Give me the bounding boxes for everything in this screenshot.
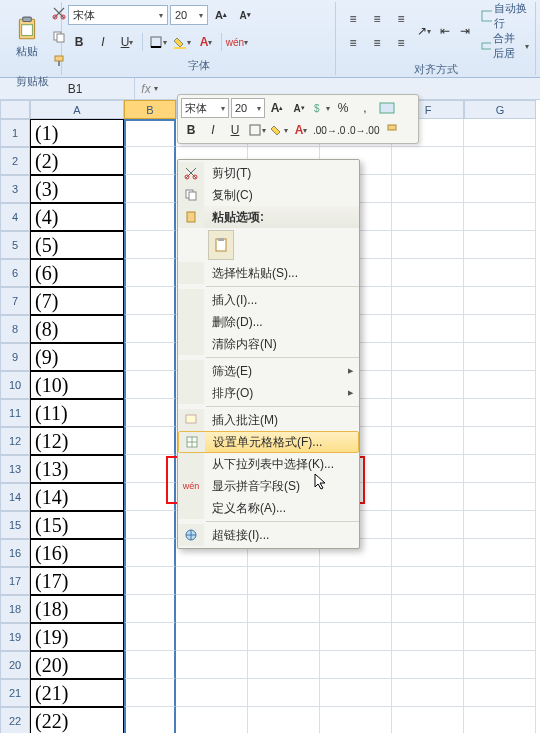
- cell[interactable]: [392, 511, 464, 539]
- pinyin-button[interactable]: wén▾: [226, 31, 248, 53]
- cell[interactable]: [464, 707, 536, 733]
- cell[interactable]: [248, 595, 320, 623]
- cell[interactable]: [464, 483, 536, 511]
- row-header[interactable]: 14: [0, 483, 30, 511]
- cell[interactable]: [392, 371, 464, 399]
- cell[interactable]: [464, 651, 536, 679]
- mini-italic[interactable]: I: [203, 120, 223, 140]
- cell[interactable]: [248, 567, 320, 595]
- cell[interactable]: [320, 623, 392, 651]
- cell[interactable]: [124, 203, 176, 231]
- cell[interactable]: [392, 315, 464, 343]
- row-header[interactable]: 20: [0, 651, 30, 679]
- ctx-copy[interactable]: 复制(C): [178, 184, 359, 206]
- cell[interactable]: [176, 623, 248, 651]
- ctx-insert-comment[interactable]: 插入批注(M): [178, 409, 359, 431]
- cell[interactable]: [124, 343, 176, 371]
- cell[interactable]: [464, 203, 536, 231]
- font-name-select[interactable]: 宋体▾: [68, 5, 168, 25]
- mini-inc-decimal[interactable]: .00→.0: [313, 120, 345, 140]
- cell[interactable]: [176, 707, 248, 733]
- cell[interactable]: [392, 231, 464, 259]
- ctx-hyperlink[interactable]: 超链接(I)...: [178, 524, 359, 546]
- cell[interactable]: (7): [30, 287, 124, 315]
- align-right-icon[interactable]: ≡: [390, 32, 412, 54]
- cell[interactable]: [176, 595, 248, 623]
- mini-font-select[interactable]: 宋体▾: [181, 98, 229, 118]
- select-all-corner[interactable]: [0, 100, 30, 119]
- cell[interactable]: [248, 707, 320, 733]
- mini-conditional[interactable]: [377, 98, 397, 118]
- cell[interactable]: (20): [30, 651, 124, 679]
- cell[interactable]: [392, 343, 464, 371]
- col-header[interactable]: G: [464, 100, 536, 119]
- name-box-input[interactable]: [0, 82, 150, 96]
- underline-button[interactable]: U▾: [116, 31, 138, 53]
- ctx-format-cells[interactable]: 设置单元格格式(F)...: [178, 431, 359, 453]
- cell[interactable]: (12): [30, 427, 124, 455]
- cell[interactable]: [124, 399, 176, 427]
- cell[interactable]: (15): [30, 511, 124, 539]
- ctx-clear[interactable]: 清除内容(N): [178, 333, 359, 355]
- cell[interactable]: [124, 119, 176, 147]
- cell[interactable]: [392, 427, 464, 455]
- cell[interactable]: [464, 427, 536, 455]
- row-header[interactable]: 13: [0, 455, 30, 483]
- row-header[interactable]: 18: [0, 595, 30, 623]
- cell[interactable]: (3): [30, 175, 124, 203]
- cell[interactable]: [464, 259, 536, 287]
- paste-button[interactable]: 粘贴: [10, 14, 44, 61]
- orientation-icon[interactable]: ↗▾: [416, 20, 432, 42]
- cell[interactable]: [320, 707, 392, 733]
- align-left-icon[interactable]: ≡: [342, 32, 364, 54]
- cell[interactable]: [464, 119, 536, 147]
- cell[interactable]: [248, 651, 320, 679]
- cell[interactable]: [248, 679, 320, 707]
- cell[interactable]: [320, 651, 392, 679]
- row-header[interactable]: 11: [0, 399, 30, 427]
- cell[interactable]: [176, 567, 248, 595]
- wrap-text-button[interactable]: 自动换行: [481, 2, 529, 30]
- cell[interactable]: [124, 539, 176, 567]
- cell[interactable]: [392, 707, 464, 733]
- cell[interactable]: (11): [30, 399, 124, 427]
- row-header[interactable]: 5: [0, 231, 30, 259]
- increase-font-icon[interactable]: A▴: [210, 4, 232, 26]
- cell[interactable]: [392, 539, 464, 567]
- mini-border[interactable]: ▾: [247, 120, 267, 140]
- cell[interactable]: [392, 679, 464, 707]
- cell[interactable]: (9): [30, 343, 124, 371]
- cell[interactable]: [464, 287, 536, 315]
- cell[interactable]: (10): [30, 371, 124, 399]
- cell[interactable]: (13): [30, 455, 124, 483]
- cell[interactable]: [176, 679, 248, 707]
- mini-size-select[interactable]: 20▾: [231, 98, 265, 118]
- cell[interactable]: [320, 679, 392, 707]
- cell[interactable]: (22): [30, 707, 124, 733]
- cell[interactable]: [464, 343, 536, 371]
- row-header[interactable]: 9: [0, 343, 30, 371]
- cell[interactable]: [124, 287, 176, 315]
- row-header[interactable]: 19: [0, 623, 30, 651]
- cell[interactable]: (5): [30, 231, 124, 259]
- cell[interactable]: (19): [30, 623, 124, 651]
- mini-comma[interactable]: ,: [355, 98, 375, 118]
- bold-button[interactable]: B: [68, 31, 90, 53]
- cell[interactable]: [392, 399, 464, 427]
- mini-dec-decimal[interactable]: .0→.00: [347, 120, 379, 140]
- cell[interactable]: [464, 147, 536, 175]
- italic-button[interactable]: I: [92, 31, 114, 53]
- cell[interactable]: [124, 511, 176, 539]
- cell[interactable]: [124, 595, 176, 623]
- cell[interactable]: (8): [30, 315, 124, 343]
- cell[interactable]: (16): [30, 539, 124, 567]
- fill-color-button[interactable]: ▾: [171, 31, 193, 53]
- paste-option-button[interactable]: [208, 230, 234, 260]
- cell[interactable]: [124, 371, 176, 399]
- cell[interactable]: [320, 595, 392, 623]
- font-color-button[interactable]: A▾: [195, 31, 217, 53]
- cell[interactable]: (17): [30, 567, 124, 595]
- cell[interactable]: [464, 455, 536, 483]
- align-middle-icon[interactable]: ≡: [366, 8, 388, 30]
- cell[interactable]: [392, 595, 464, 623]
